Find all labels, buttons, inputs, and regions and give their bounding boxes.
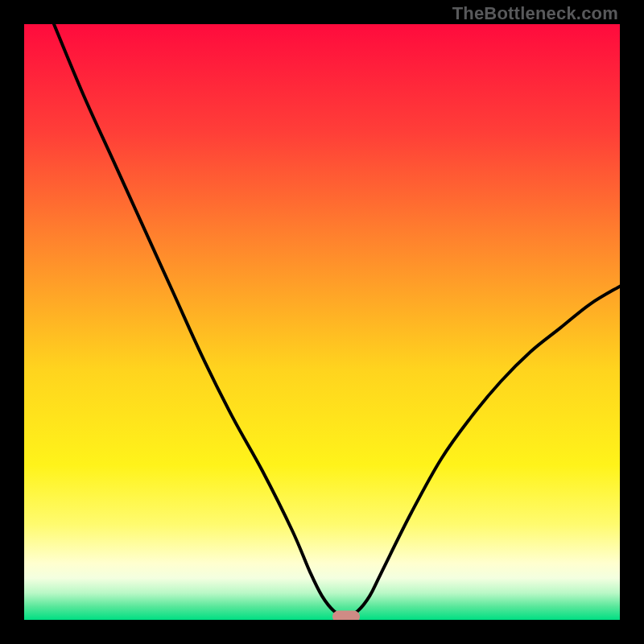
chart-frame: TheBottleneck.com: [0, 0, 644, 644]
attribution-label: TheBottleneck.com: [452, 3, 618, 24]
plot-area: [24, 24, 620, 620]
bottleneck-curve: [24, 24, 620, 620]
bottleneck-minimum-marker: [332, 610, 360, 620]
curve-path: [54, 24, 620, 617]
